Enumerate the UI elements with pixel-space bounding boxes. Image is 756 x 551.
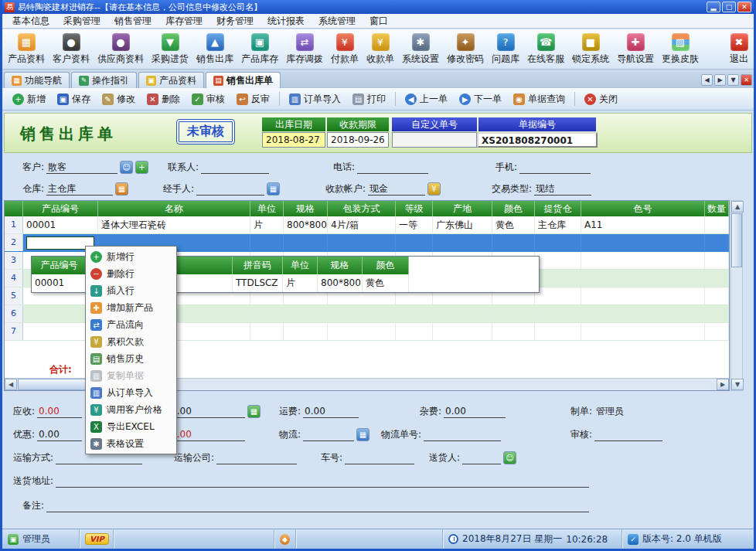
- debt-input[interactable]: 0.00: [169, 428, 245, 441]
- logistics-no-input[interactable]: [424, 428, 501, 441]
- menu-sales-history[interactable]: 销售历史: [87, 350, 175, 367]
- doc-query-button[interactable]: 单据查询: [508, 90, 570, 108]
- deliverer-browse-button[interactable]: ☺: [503, 451, 516, 464]
- menu-export-excel[interactable]: 导出EXCEL: [87, 418, 175, 435]
- menu-inventory[interactable]: 库存管理: [158, 13, 209, 29]
- question-bank-button[interactable]: 问题库: [488, 32, 523, 67]
- tab-sales-out-order[interactable]: 销售出库单: [206, 72, 281, 88]
- supplier-data-button[interactable]: 供应商资料: [94, 32, 148, 67]
- received-input[interactable]: 0.00: [169, 405, 245, 418]
- menu-accumulated-debt[interactable]: 累积欠款: [87, 333, 175, 350]
- tab-close-button[interactable]: ✕: [741, 74, 752, 86]
- lock-system-button[interactable]: 锁定系统: [568, 32, 613, 67]
- contact-input[interactable]: [201, 161, 269, 174]
- tab-function-nav[interactable]: 功能导航: [4, 72, 70, 88]
- purchase-in-button[interactable]: 采购进货: [148, 32, 192, 67]
- account-browse-button[interactable]: ¥: [427, 182, 441, 196]
- exit-button[interactable]: 退出: [726, 32, 752, 67]
- nav-settings-button[interactable]: 导航设置: [613, 32, 658, 67]
- receivable-input[interactable]: 0.00: [37, 405, 82, 418]
- minimize-button[interactable]: ▂: [707, 2, 720, 12]
- grid-row-1[interactable]: 1 00001 通体大理石瓷砖 片 800*800 4片/箱 一等 广东佛山 黄…: [5, 216, 729, 234]
- menu-system[interactable]: 系统管理: [312, 13, 363, 29]
- scroll-up-arrow[interactable]: ▲: [731, 201, 744, 213]
- discount-input[interactable]: 0.00: [37, 428, 82, 441]
- menu-window[interactable]: 窗口: [363, 13, 395, 29]
- menu-purchase[interactable]: 采购管理: [56, 13, 107, 29]
- sales-out-button[interactable]: 销售出库: [192, 32, 237, 67]
- freight-input[interactable]: 0.00: [303, 405, 359, 418]
- prev-doc-button[interactable]: 上一单: [400, 90, 453, 108]
- logistics-browse-button[interactable]: ▦: [356, 428, 369, 441]
- close-window-button[interactable]: ✕: [737, 2, 751, 12]
- due-date-field[interactable]: 2018-09-26: [327, 132, 389, 148]
- menu-delete-row[interactable]: 删除行: [87, 265, 175, 282]
- next-doc-button[interactable]: 下一单: [454, 90, 507, 108]
- mobile-input[interactable]: [519, 161, 591, 174]
- tab-scroll-right-button[interactable]: ▶: [714, 74, 726, 86]
- received-calc-button[interactable]: ▦: [247, 405, 261, 418]
- menu-sales[interactable]: 销售管理: [107, 13, 158, 29]
- menu-add-row[interactable]: 新增行: [87, 248, 175, 265]
- handler-input[interactable]: [196, 182, 264, 196]
- customer-add-button[interactable]: +: [135, 161, 148, 174]
- menu-insert-row[interactable]: 插入行: [87, 282, 175, 299]
- system-settings-button[interactable]: 系统设置: [398, 32, 443, 67]
- trade-type-input[interactable]: 现结: [534, 182, 591, 196]
- customer-input[interactable]: 散客: [46, 161, 117, 174]
- tab-scroll-left-button[interactable]: ◀: [701, 74, 713, 86]
- menu-table-settings[interactable]: 表格设置: [87, 435, 175, 452]
- transport-co-field: 运输公司:: [174, 450, 297, 464]
- unaudit-button[interactable]: 反审: [231, 90, 275, 108]
- out-date-field[interactable]: 2018-08-27: [262, 132, 325, 148]
- logistics-input[interactable]: [303, 428, 354, 441]
- audit-button[interactable]: 审核: [186, 90, 230, 108]
- receipt-bill-button[interactable]: 收款单: [363, 32, 398, 67]
- vertical-scrollbar[interactable]: ▲ ▼: [730, 200, 743, 391]
- transport-co-input[interactable]: [216, 451, 297, 464]
- misc-fee-input[interactable]: 0.00: [444, 405, 506, 418]
- stock-transfer-button[interactable]: 库存调拨: [282, 32, 327, 67]
- order-import-button[interactable]: 订单导入: [284, 90, 346, 108]
- close-doc-button[interactable]: 关闭: [579, 90, 623, 108]
- remark-input[interactable]: [46, 499, 589, 512]
- modify-button[interactable]: 修改: [97, 90, 141, 108]
- change-skin-button[interactable]: 更换皮肤: [658, 32, 703, 67]
- product-data-button[interactable]: 产品资料: [4, 32, 49, 67]
- phone-input[interactable]: [357, 161, 428, 174]
- scroll-left-arrow[interactable]: ◀: [5, 379, 17, 390]
- account-input[interactable]: 现金: [368, 182, 425, 196]
- custom-no-field[interactable]: [392, 132, 477, 148]
- tab-operation-guide[interactable]: 操作指引: [71, 72, 137, 88]
- new-button[interactable]: 新增: [7, 90, 51, 108]
- customer-browse-button[interactable]: ☺: [120, 161, 133, 174]
- print-button[interactable]: 打印: [347, 90, 391, 108]
- maximize-button[interactable]: □: [722, 2, 736, 12]
- warehouse-browse-button[interactable]: ▦: [115, 182, 128, 196]
- menu-use-customer-price[interactable]: 调用客户价格: [87, 401, 175, 418]
- grid-cell-editor[interactable]: [26, 236, 94, 250]
- vehicle-input[interactable]: [345, 451, 414, 464]
- vertical-scroll-thumb[interactable]: [731, 213, 742, 267]
- delete-button[interactable]: 删除: [141, 90, 186, 108]
- tab-list-button[interactable]: ▼: [727, 74, 739, 86]
- scroll-down-arrow[interactable]: ▼: [731, 379, 744, 390]
- handler-browse-button[interactable]: ▦: [267, 182, 280, 196]
- payment-bill-button[interactable]: 付款单: [327, 32, 363, 67]
- product-stock-button[interactable]: 产品库存: [237, 32, 282, 67]
- menu-basic-info[interactable]: 基本信息: [5, 13, 56, 29]
- scroll-right-arrow[interactable]: ▶: [717, 379, 729, 390]
- menu-reports[interactable]: 统计报表: [261, 13, 312, 29]
- warehouse-input[interactable]: 主仓库: [46, 182, 113, 196]
- address-input[interactable]: [56, 474, 589, 488]
- save-button[interactable]: 保存: [52, 90, 96, 108]
- online-service-button[interactable]: 在线客服: [523, 32, 568, 67]
- customer-data-button[interactable]: 客户资料: [49, 32, 94, 67]
- change-password-button[interactable]: 修改密码: [443, 32, 488, 67]
- menu-add-new-product[interactable]: 增加新产品: [87, 299, 175, 316]
- deliverer-input[interactable]: [462, 451, 501, 464]
- menu-finance[interactable]: 财务管理: [209, 13, 261, 29]
- menu-product-flow[interactable]: 产品流向: [87, 316, 175, 333]
- menu-import-from-order[interactable]: 从订单导入: [87, 384, 175, 401]
- tab-product-data[interactable]: 产品资料: [138, 72, 204, 88]
